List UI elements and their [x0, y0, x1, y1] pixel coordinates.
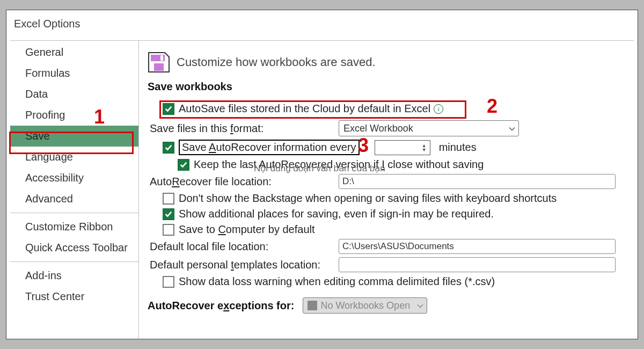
label-default-templates: Default personal templates location: — [148, 259, 333, 271]
content-pane: Customize how workbooks are saved. Save … — [139, 41, 634, 339]
svg-rect-1 — [154, 63, 164, 71]
section-title-ar-exceptions: AutoRecover exceptions for: — [148, 300, 294, 312]
input-default-local-value: C:\Users\ASUS\Documents — [342, 241, 454, 252]
sidebar-item-general[interactable]: General — [10, 42, 138, 63]
input-default-templates[interactable] — [339, 257, 616, 272]
sidebar-item-language[interactable]: Language — [10, 147, 138, 168]
sidebar-item-customize-ribbon[interactable]: Customize Ribbon — [10, 216, 138, 237]
checkbox-csv-warning[interactable] — [163, 276, 174, 288]
label-keep-last: Keep the last AutoRecovered version if I… — [194, 158, 484, 171]
section-title-save-workbooks: Save workbooks — [148, 81, 630, 93]
label-ar-location: AutoRecover file location: — [148, 176, 333, 188]
sidebar-item-advanced[interactable]: Advanced — [10, 188, 138, 209]
combo-ar-exceptions-value: No Workbooks Open — [320, 300, 410, 311]
checkbox-keep-last[interactable] — [178, 159, 189, 171]
annotation-number-3: 3 — [358, 134, 369, 157]
sidebar-item-trust-center[interactable]: Trust Center — [10, 286, 138, 307]
sidebar-item-save[interactable]: Save — [10, 126, 138, 147]
spin-autorecover-minutes[interactable]: ▲▼ — [375, 140, 430, 155]
dialog-excel-options: Excel Options General Formulas Data Proo… — [6, 10, 638, 339]
info-icon[interactable]: i — [434, 104, 443, 114]
page-subtitle: Customize how workbooks are saved. — [177, 55, 376, 69]
sidebar-item-proofing[interactable]: Proofing — [10, 105, 138, 126]
checkbox-no-backstage[interactable] — [163, 193, 174, 205]
label-csv-warning: Show data loss warning when editing comm… — [179, 275, 495, 288]
label-minutes: minutes — [439, 141, 477, 154]
label-save-computer: Save to Computer by default — [179, 223, 315, 236]
combo-save-format[interactable]: Excel Workbook — [339, 120, 519, 136]
label-autorecover: Save AutoRecover information every — [179, 140, 360, 155]
spin-up-icon: ▲ — [422, 144, 427, 147]
sidebar-nav: General Formulas Data Proofing Save Lang… — [10, 41, 139, 339]
checkbox-show-places[interactable] — [163, 208, 174, 220]
sidebar-item-accessibility[interactable]: Accessibility — [10, 168, 138, 188]
sidebar-item-data[interactable]: Data — [10, 84, 138, 105]
sidebar-item-formulas[interactable]: Formulas — [10, 63, 138, 84]
divider — [10, 261, 138, 262]
label-no-backstage: Don't show the Backstage when opening or… — [179, 192, 557, 205]
chevron-down-icon — [509, 123, 515, 134]
spin-down-icon: ▼ — [422, 148, 427, 151]
label-autosave-cloud: AutoSave files stored in the Cloud by de… — [179, 103, 430, 115]
label-show-places: Show additional places for saving, even … — [179, 208, 494, 220]
workbook-icon — [308, 301, 317, 310]
input-default-local[interactable]: C:\Users\ASUS\Documents — [339, 239, 616, 254]
dialog-body: General Formulas Data Proofing Save Lang… — [10, 40, 634, 339]
checkbox-autorecover[interactable] — [163, 142, 174, 154]
checkbox-save-computer[interactable] — [163, 224, 174, 236]
label-save-format: Save files in this format: — [148, 122, 333, 135]
sidebar-item-addins[interactable]: Add-ins — [10, 265, 138, 286]
save-floppy-icon — [148, 52, 170, 73]
sidebar-item-quick-access[interactable]: Quick Access Toolbar — [10, 237, 138, 258]
chevron-down-icon — [417, 300, 423, 311]
combo-save-format-value: Excel Workbook — [343, 123, 413, 134]
input-ar-location-value: D:\ — [342, 176, 354, 187]
input-ar-location[interactable]: D:\ — [339, 174, 616, 189]
dialog-title: Excel Options — [6, 10, 638, 30]
svg-rect-2 — [160, 55, 163, 61]
combo-ar-exceptions[interactable]: No Workbooks Open — [303, 297, 427, 314]
label-default-local: Default local file location: — [148, 241, 333, 253]
divider — [10, 213, 138, 213]
checkbox-autosave-cloud[interactable] — [163, 103, 174, 115]
